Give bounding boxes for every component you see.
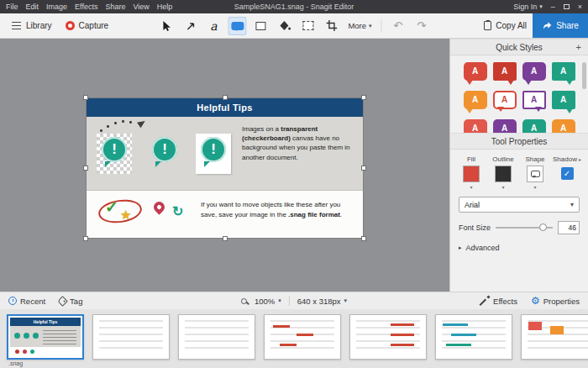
resize-handle[interactable] xyxy=(223,236,228,241)
menu-share[interactable]: Share xyxy=(105,3,125,11)
toolbar-divider xyxy=(381,19,382,33)
callout-tool[interactable] xyxy=(228,17,246,35)
quick-style[interactable]: A xyxy=(552,62,575,81)
filmstrip-thumbnail[interactable] xyxy=(349,314,427,360)
copy-all-button[interactable]: Copy All xyxy=(478,18,533,34)
resize-handle[interactable] xyxy=(83,236,88,241)
bubble-tail xyxy=(155,161,161,167)
menu-file[interactable]: File xyxy=(6,3,18,11)
properties-button[interactable]: ⚙ Properties xyxy=(531,296,580,306)
slider-thumb[interactable] xyxy=(539,223,547,231)
body-text-1: Images on a xyxy=(242,125,281,133)
style-letter: A xyxy=(501,67,507,76)
quick-style[interactable]: A xyxy=(522,62,546,81)
filmstrip-thumbnail[interactable] xyxy=(264,314,341,360)
share-button[interactable]: Share xyxy=(533,13,588,38)
menu-image[interactable]: Image xyxy=(46,3,67,11)
filmstrip-thumbnail[interactable]: Helpful Tips xyxy=(7,314,84,360)
resize-handle[interactable] xyxy=(361,166,366,171)
library-button[interactable]: Library xyxy=(5,18,58,34)
filmstrip-thumbnail[interactable] xyxy=(521,314,588,360)
tool-properties-header[interactable]: Tool Properties xyxy=(450,133,588,150)
outline-swatch[interactable] xyxy=(495,166,512,182)
fill-swatch[interactable] xyxy=(463,166,480,182)
selected-image[interactable]: Helpful Tips ! ! xyxy=(87,98,363,238)
font-family-select[interactable]: Arial ▾ xyxy=(459,197,580,213)
effects-button[interactable]: Effects xyxy=(480,296,517,306)
search-icon[interactable] xyxy=(241,298,247,304)
scrollbar-thumb[interactable] xyxy=(582,62,586,89)
resize-handle[interactable] xyxy=(83,95,88,100)
bubble-tail xyxy=(507,80,514,88)
arrow-tool[interactable] xyxy=(181,17,199,35)
bubble-tail xyxy=(497,107,504,115)
menu-effects[interactable]: Effects xyxy=(75,3,97,11)
quick-style[interactable]: A xyxy=(464,119,487,133)
thumbnail-footer xyxy=(10,347,81,356)
quick-style[interactable]: A xyxy=(552,119,575,133)
copy-all-label: Copy All xyxy=(496,21,527,30)
menu-view[interactable]: View xyxy=(133,3,149,11)
selection-tool[interactable] xyxy=(157,17,176,35)
statusbar-center: 100% ▾ 640 x 318px ▾ xyxy=(241,296,347,306)
canvas[interactable]: Helpful Tips ! ! xyxy=(0,39,449,292)
advanced-toggle[interactable]: ▸ Advanced xyxy=(450,234,588,252)
sign-in-label: Sign In xyxy=(513,3,537,11)
filmstrip-thumbnail[interactable] xyxy=(92,314,170,360)
statusbar: Recent Tag 100% ▾ 640 x 318px ▾ Effects … xyxy=(0,292,588,309)
dimensions-select[interactable]: 640 x 318px ▾ xyxy=(297,297,347,306)
capture-icon xyxy=(66,21,75,30)
font-size-value[interactable]: 46 xyxy=(558,221,580,234)
bubble-tail xyxy=(466,108,473,117)
crop-icon xyxy=(326,20,337,31)
maximize-button[interactable] xyxy=(564,3,570,11)
capture-button[interactable]: Capture xyxy=(60,18,115,34)
undo-button[interactable]: ↶ xyxy=(389,17,407,35)
close-button[interactable]: × xyxy=(578,3,582,11)
card-body-text: Images on a transparent (checkerboard) c… xyxy=(242,124,354,162)
zoom-select[interactable]: 100% ▾ xyxy=(255,297,281,306)
quick-style[interactable]: A xyxy=(522,91,546,109)
bubble-tail xyxy=(466,80,473,88)
recent-tab[interactable]: Recent xyxy=(8,297,45,306)
more-button[interactable]: More ▾ xyxy=(345,21,374,30)
quick-style[interactable]: A xyxy=(552,91,575,109)
quick-style[interactable]: A xyxy=(522,119,546,133)
resize-handle[interactable] xyxy=(83,166,88,171)
filmstrip-thumbnail[interactable] xyxy=(178,314,255,360)
menu-edit[interactable]: Edit xyxy=(26,3,39,11)
statusbar-left: Recent Tag xyxy=(8,297,82,306)
shape-swatch[interactable] xyxy=(527,166,543,182)
resize-handle[interactable] xyxy=(223,95,228,100)
callout-example-white: ! xyxy=(196,134,231,174)
sign-in-button[interactable]: Sign In ▾ xyxy=(513,3,543,11)
shape-tool[interactable] xyxy=(251,17,270,35)
crop-tool[interactable] xyxy=(322,17,340,35)
resize-handle[interactable] xyxy=(361,236,366,241)
redo-button[interactable]: ↷ xyxy=(412,17,431,35)
menu-help[interactable]: Help xyxy=(157,3,173,11)
filmstrip-thumbnail[interactable] xyxy=(435,314,512,360)
quick-style[interactable]: A xyxy=(464,91,487,109)
statusbar-right: Effects ⚙ Properties xyxy=(480,296,580,306)
tool-properties-title: Tool Properties xyxy=(491,137,548,146)
menubar: File Edit Image Effects Share View Help xyxy=(3,3,172,11)
text-tool[interactable]: a xyxy=(204,17,223,35)
rotate-arrow-icon: ↻ xyxy=(172,203,183,219)
tag-tab[interactable]: Tag xyxy=(59,297,82,306)
fill-tool[interactable] xyxy=(275,17,293,35)
resize-handle[interactable] xyxy=(361,95,366,100)
shadow-checkbox[interactable]: ✓ xyxy=(561,167,574,180)
minimize-button[interactable]: – xyxy=(551,3,555,11)
quick-style[interactable]: A xyxy=(493,91,517,109)
capture-label: Capture xyxy=(79,21,109,30)
hamburger-icon xyxy=(12,25,21,27)
selection-marquee-tool[interactable] xyxy=(298,17,317,35)
font-size-slider[interactable] xyxy=(496,227,553,229)
add-style-button[interactable]: + xyxy=(576,43,581,52)
quick-style[interactable]: A xyxy=(464,62,487,81)
footer-text-bold: .snag file format xyxy=(288,211,340,218)
quick-style[interactable]: A xyxy=(493,62,517,81)
quick-styles-header[interactable]: Quick Styles + xyxy=(450,39,588,55)
quick-style[interactable]: A xyxy=(493,119,517,133)
